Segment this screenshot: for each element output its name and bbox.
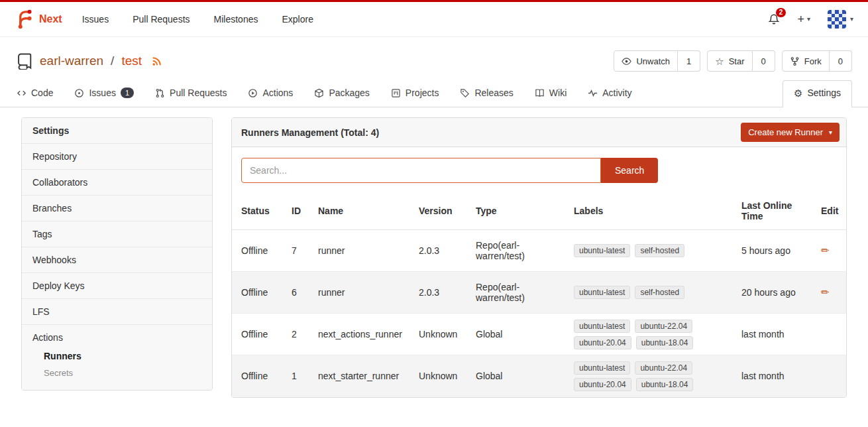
- version-cell: Unknown: [412, 355, 469, 397]
- tab-releases[interactable]: Releases: [459, 82, 514, 107]
- runners-table: Status ID Name Version Type Labels Last …: [232, 192, 847, 397]
- table-row: Offline 2 next_actions_runner Unknown Gl…: [232, 314, 847, 355]
- tab-activity[interactable]: Activity: [587, 82, 632, 107]
- col-name: Name: [311, 192, 412, 230]
- pull-request-icon: [155, 88, 165, 98]
- create-runner-button[interactable]: Create new Runner ▾: [741, 123, 840, 142]
- activity-icon: [588, 88, 598, 98]
- tab-label: Wiki: [549, 88, 567, 98]
- star-button[interactable]: ☆ Star: [707, 50, 752, 72]
- label-badge: ubuntu-22.04: [635, 361, 692, 375]
- tab-label: Issues: [89, 88, 115, 98]
- tab-settings[interactable]: ⚙ Settings: [783, 80, 852, 107]
- user-menu-button[interactable]: ▾: [828, 10, 853, 29]
- tab-label: Code: [31, 88, 53, 98]
- forgejo-logo-icon: [15, 9, 34, 29]
- issue-icon: [74, 88, 84, 98]
- tab-actions[interactable]: Actions: [247, 82, 294, 107]
- star-count[interactable]: 0: [753, 50, 775, 72]
- sidebar-item-actions[interactable]: Actions Runners Secrets: [22, 324, 212, 390]
- fork-button[interactable]: Fork: [782, 50, 830, 72]
- nav-explore[interactable]: Explore: [282, 14, 313, 25]
- sidebar-item-lfs[interactable]: LFS: [22, 298, 212, 324]
- tab-label: Actions: [262, 88, 293, 98]
- edit-pencil-icon[interactable]: ✏: [821, 286, 830, 298]
- edit-pencil-icon[interactable]: ✏: [821, 245, 830, 256]
- runners-panel: Runners Management (Total: 4) Create new…: [231, 117, 847, 398]
- sidebar-item-repository[interactable]: Repository: [22, 143, 212, 169]
- unwatch-button[interactable]: Unwatch: [614, 50, 678, 72]
- watch-count[interactable]: 1: [678, 50, 700, 72]
- type-cell: Global: [469, 314, 567, 355]
- table-row: Offline 7 runner 2.0.3 Repo(earl-warren/…: [232, 230, 847, 272]
- repo-tabbar: Code Issues 1 Pull Requests Actions Pack…: [0, 77, 868, 107]
- fork-group: Fork 0: [782, 50, 852, 72]
- name-cell: next_starter_runner: [311, 355, 412, 397]
- search-bar: Search: [232, 147, 846, 192]
- sidebar-title: Settings: [22, 118, 212, 143]
- navbar-right: 2 + ▾ ▾: [768, 10, 853, 29]
- repo-name-link[interactable]: test: [121, 54, 142, 68]
- avatar: [828, 10, 846, 29]
- labels-list: ubuntu-latest ubuntu-22.04 ubuntu-20.04 …: [574, 320, 728, 349]
- tag-icon: [460, 88, 470, 98]
- tab-packages[interactable]: Packages: [313, 82, 370, 107]
- repo-header: earl-warren / test Unwatch 1: [0, 37, 868, 77]
- tab-wiki[interactable]: Wiki: [534, 82, 567, 107]
- edit-cell: [814, 314, 847, 355]
- tab-code[interactable]: Code: [16, 82, 54, 107]
- fork-count[interactable]: 0: [830, 50, 852, 72]
- label-badge: ubuntu-18.04: [636, 378, 694, 391]
- nav-milestones[interactable]: Milestones: [214, 14, 258, 25]
- forgejo-home-link[interactable]: Next: [15, 9, 62, 29]
- label-badge: ubuntu-latest: [574, 244, 630, 257]
- sidebar-item-branches[interactable]: Branches: [22, 195, 212, 221]
- sidebar-item-tags[interactable]: Tags: [22, 221, 212, 247]
- tab-issues[interactable]: Issues 1: [74, 82, 135, 107]
- unwatch-label: Unwatch: [636, 56, 670, 66]
- tab-projects[interactable]: Projects: [390, 82, 440, 107]
- labels-cell: ubuntu-latest self-hosted: [567, 230, 735, 272]
- repo-owner-link[interactable]: earl-warren: [40, 54, 103, 68]
- sidebar-item-collaborators[interactable]: Collaborators: [22, 169, 212, 195]
- id-cell: 6: [285, 272, 311, 314]
- create-menu-button[interactable]: + ▾: [797, 13, 810, 25]
- status-cell: Offline: [232, 314, 285, 355]
- edit-cell: [814, 355, 847, 397]
- edit-cell: ✏: [814, 272, 847, 314]
- repo-title: earl-warren / test: [16, 52, 162, 70]
- last-online-cell: last month: [735, 314, 814, 355]
- status-cell: Offline: [232, 230, 285, 272]
- label-badge: ubuntu-20.04: [574, 378, 631, 391]
- chevron-down-icon: ▾: [807, 16, 810, 23]
- sidebar-item-runners[interactable]: Runners: [32, 347, 201, 365]
- label-badge: ubuntu-latest: [574, 286, 630, 299]
- search-input[interactable]: [241, 158, 601, 183]
- chevron-down-icon: ▾: [850, 16, 853, 23]
- sidebar-item-deploy-keys[interactable]: Deploy Keys: [22, 273, 212, 298]
- nav-pull-requests[interactable]: Pull Requests: [133, 14, 190, 25]
- name-cell: runner: [311, 230, 412, 272]
- labels-cell: ubuntu-latest self-hosted: [567, 272, 735, 314]
- project-icon: [391, 88, 401, 98]
- sidebar-item-webhooks[interactable]: Webhooks: [22, 247, 212, 273]
- rss-feed-icon[interactable]: [151, 56, 162, 67]
- tab-label: Releases: [474, 88, 513, 98]
- search-button[interactable]: Search: [601, 158, 658, 183]
- labels-cell: ubuntu-latest ubuntu-22.04 ubuntu-20.04 …: [567, 355, 735, 397]
- nav-issues[interactable]: Issues: [82, 14, 109, 25]
- tab-label: Projects: [406, 88, 439, 98]
- actions-icon: [248, 88, 258, 98]
- main-nav: Issues Pull Requests Milestones Explore: [82, 14, 313, 25]
- sidebar-item-secrets[interactable]: Secrets: [32, 365, 201, 381]
- label-badge: ubuntu-latest: [574, 361, 630, 375]
- actions-submenu: Runners Secrets: [32, 343, 201, 383]
- status-cell: Offline: [232, 272, 285, 314]
- notifications-button[interactable]: 2: [768, 13, 780, 25]
- tab-pull-requests[interactable]: Pull Requests: [154, 82, 227, 107]
- last-online-cell: last month: [735, 355, 814, 397]
- create-runner-label: Create new Runner: [748, 127, 823, 137]
- col-id: ID: [285, 192, 311, 230]
- type-cell: Repo(earl-warren/test): [469, 272, 567, 314]
- labels-list: ubuntu-latest self-hosted: [574, 286, 728, 299]
